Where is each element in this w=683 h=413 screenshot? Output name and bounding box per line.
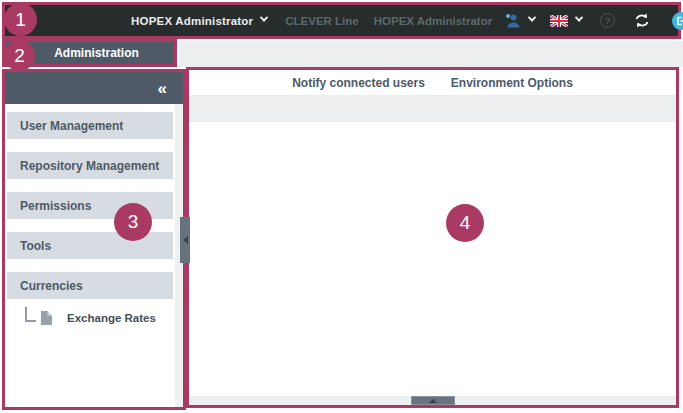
sidebar-item-user-management[interactable]: User Management xyxy=(7,112,173,139)
annotation-badge-2: 2 xyxy=(4,40,35,71)
notify-connected-users-button[interactable]: Notify connected users xyxy=(292,76,425,90)
logout-button[interactable]: Logout xyxy=(672,12,683,30)
collapse-sidebar-icon[interactable]: « xyxy=(158,80,167,97)
help-icon: ? xyxy=(600,13,615,28)
user-dropdown[interactable] xyxy=(505,13,535,28)
sidebar-header: « xyxy=(5,72,183,104)
main-panel: Notify connected users Environment Optio… xyxy=(186,67,679,408)
document-icon xyxy=(40,310,53,326)
main-content-area xyxy=(189,122,676,396)
app-menu-dropdown[interactable]: HOPEX Administrator xyxy=(131,15,267,27)
annotation-badge-4: 4 xyxy=(446,204,484,242)
sidebar-item-currencies[interactable]: Currencies xyxy=(7,272,173,299)
expand-bottom-panel-button[interactable] xyxy=(411,396,455,405)
top-bar: HOPEX Administrator CLEVER Line HOPEX Ad… xyxy=(2,2,681,39)
uk-flag-icon xyxy=(550,15,568,27)
app-menu-label: HOPEX Administrator xyxy=(131,15,253,27)
tab-strip xyxy=(179,41,683,67)
environment-menu-item[interactable]: CLEVER Line xyxy=(285,15,358,27)
refresh-icon xyxy=(634,13,650,28)
main-toolbar: Notify connected users Environment Optio… xyxy=(189,70,676,95)
annotation-badge-1: 1 xyxy=(4,3,37,36)
hopex-administration-screen: HOPEX Administrator CLEVER Line HOPEX Ad… xyxy=(0,0,683,413)
chevron-down-icon xyxy=(528,13,536,21)
panel-splitter-handle[interactable] xyxy=(180,217,190,263)
chevron-down-icon xyxy=(260,13,268,21)
profile-menu-item[interactable]: HOPEX Administrator xyxy=(374,15,492,27)
arrow-up-icon xyxy=(429,399,437,403)
sidebar-item-tools[interactable]: Tools xyxy=(7,232,173,259)
refresh-button[interactable] xyxy=(634,13,650,28)
logout-icon xyxy=(672,12,683,30)
sidebar: « User Management Repository Management … xyxy=(2,69,186,410)
collapse-left-icon xyxy=(183,236,188,244)
chevron-down-icon xyxy=(575,13,583,21)
bottom-strip xyxy=(189,396,676,405)
annotation-badge-3: 3 xyxy=(114,203,152,241)
sidebar-item-repository-management[interactable]: Repository Management xyxy=(7,152,173,179)
user-avatar-icon xyxy=(505,13,521,28)
environment-options-button[interactable]: Environment Options xyxy=(451,76,573,90)
language-dropdown[interactable] xyxy=(550,15,582,27)
help-button[interactable]: ? xyxy=(600,13,615,28)
toolbar-lower-band xyxy=(189,95,676,122)
sidebar-subitem-exchange-rates[interactable]: Exchange Rates xyxy=(25,305,173,331)
tree-branch-line xyxy=(25,307,36,322)
